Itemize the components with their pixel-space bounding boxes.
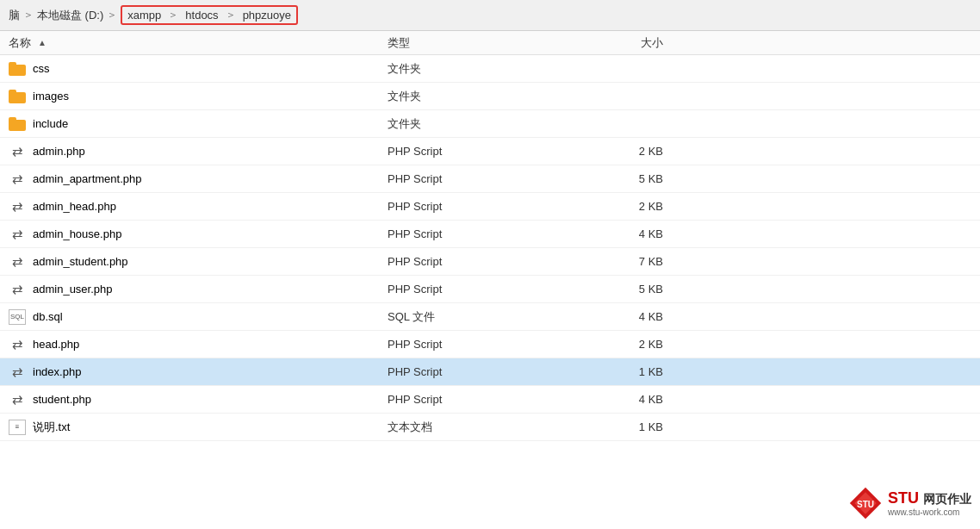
file-name-text: admin_student.php: [33, 255, 128, 268]
php-file-icon: ⇄: [9, 226, 26, 243]
table-row[interactable]: ⇄ admin_student.php PHP Script 7 KB: [0, 248, 980, 276]
file-type-cell: PHP Script: [388, 338, 560, 351]
table-row[interactable]: ⇄ head.php PHP Script 2 KB: [0, 331, 980, 358]
sort-row: 名称 ▲ 类型 大小: [0, 31, 980, 55]
table-row[interactable]: ⇄ admin_head.php PHP Script 2 KB: [0, 193, 980, 221]
file-name-text: db.sql: [33, 310, 63, 323]
table-row[interactable]: include 文件夹: [0, 110, 980, 138]
php-file-icon: ⇄: [9, 391, 26, 408]
file-size-cell: 7 KB: [560, 255, 663, 268]
file-name-text: admin_head.php: [33, 200, 116, 213]
file-name-text: admin_apartment.php: [33, 172, 141, 185]
col-name-label: 名称: [9, 35, 31, 51]
file-list: css 文件夹 images 文件夹 include 文件夹 ⇄ admin.p…: [0, 55, 980, 441]
breadcrumb-brain[interactable]: 脑: [9, 8, 20, 23]
sort-name[interactable]: 名称 ▲: [9, 35, 388, 51]
table-row[interactable]: ⇄ student.php PHP Script 4 KB: [0, 386, 980, 414]
php-file-icon: ⇄: [9, 281, 26, 298]
file-type-cell: PHP Script: [388, 393, 560, 406]
php-file-icon: ⇄: [9, 364, 26, 381]
file-name-cell: ⇄ admin_user.php: [9, 281, 388, 298]
file-size-cell: 2 KB: [560, 338, 663, 351]
file-type-cell: SQL 文件: [388, 309, 560, 325]
file-size-cell: 1 KB: [560, 420, 663, 433]
folder-icon: [9, 62, 26, 76]
svg-text:STU: STU: [857, 500, 874, 509]
file-size-cell: 2 KB: [560, 200, 663, 213]
breadcrumb-drive[interactable]: 本地磁盘 (D:): [37, 8, 103, 23]
folder-icon: [9, 117, 26, 131]
breadcrumb-xampp[interactable]: xampp: [127, 9, 161, 22]
file-type-cell: PHP Script: [388, 172, 560, 185]
sort-arrow-name: ▲: [38, 38, 47, 47]
file-name-cell: css: [9, 62, 388, 76]
table-row[interactable]: ≡ 说明.txt 文本文档 1 KB: [0, 414, 980, 441]
file-name-text: index.php: [33, 365, 81, 378]
file-name-cell: ⇄ admin_head.php: [9, 198, 388, 215]
table-row[interactable]: ⇄ index.php PHP Script 1 KB: [0, 358, 980, 386]
file-type-cell: PHP Script: [388, 200, 560, 213]
file-name-cell: images: [9, 90, 388, 103]
file-type-cell: PHP Script: [388, 145, 560, 158]
breadcrumb-highlight: xampp ＞ htdocs ＞ phpzuoye: [121, 5, 298, 25]
file-size-cell: 4 KB: [560, 393, 663, 406]
file-size-cell: 1 KB: [560, 365, 663, 378]
file-name-cell: ⇄ admin_student.php: [9, 253, 388, 271]
file-type-cell: PHP Script: [388, 227, 560, 240]
sort-size[interactable]: 大小: [560, 35, 663, 51]
file-name-cell: ⇄ admin_house.php: [9, 226, 388, 243]
php-file-icon: ⇄: [9, 143, 26, 160]
file-name-text: css: [33, 62, 50, 75]
table-row[interactable]: ⇄ admin_apartment.php PHP Script 5 KB: [0, 165, 980, 193]
breadcrumb-sep-2: ＞: [107, 8, 117, 22]
file-name-text: head.php: [33, 338, 79, 351]
watermark-brand: STU 网页作业: [888, 489, 971, 507]
file-size-cell: 4 KB: [560, 310, 663, 323]
breadcrumb-sep-1: ＞: [23, 8, 34, 22]
file-name-text: admin.php: [33, 145, 85, 158]
file-name-cell: ⇄ index.php: [9, 364, 388, 381]
file-size-cell: 5 KB: [560, 283, 663, 296]
file-name-text: admin_house.php: [33, 227, 121, 240]
file-type-cell: PHP Script: [388, 365, 560, 378]
table-row[interactable]: images 文件夹: [0, 83, 980, 110]
file-name-text: 说明.txt: [33, 420, 70, 435]
file-name-cell: ⇄ head.php: [9, 336, 388, 353]
file-type-cell: PHP Script: [388, 283, 560, 296]
col-size-label: 大小: [641, 36, 663, 49]
txt-file-icon: ≡: [9, 420, 26, 435]
file-size-cell: 4 KB: [560, 227, 663, 240]
breadcrumb-sep-3: ＞: [168, 8, 178, 22]
file-type-cell: 文件夹: [388, 61, 560, 77]
file-name-text: student.php: [33, 393, 91, 406]
file-size-cell: 5 KB: [560, 172, 663, 185]
watermark-text: STU 网页作业 www.stu-work.com: [888, 489, 971, 517]
table-row[interactable]: SQL db.sql SQL 文件 4 KB: [0, 303, 980, 331]
table-row[interactable]: css 文件夹: [0, 55, 980, 83]
php-file-icon: ⇄: [9, 253, 26, 271]
breadcrumb-htdocs[interactable]: htdocs: [185, 9, 218, 22]
file-type-cell: 文本文档: [388, 420, 560, 435]
file-type-cell: 文件夹: [388, 116, 560, 132]
php-file-icon: ⇄: [9, 171, 26, 188]
table-row[interactable]: ⇄ admin_user.php PHP Script 5 KB: [0, 276, 980, 303]
sort-type[interactable]: 类型: [388, 35, 560, 51]
table-row[interactable]: ⇄ admin.php PHP Script 2 KB: [0, 138, 980, 165]
file-name-cell: ⇄ admin.php: [9, 143, 388, 160]
sql-file-icon: SQL: [9, 309, 26, 325]
file-name-cell: SQL db.sql: [9, 309, 388, 325]
file-name-text: admin_user.php: [33, 283, 113, 296]
file-name-cell: ⇄ admin_apartment.php: [9, 171, 388, 188]
file-name-cell: ⇄ student.php: [9, 391, 388, 408]
php-file-icon: ⇄: [9, 336, 26, 353]
col-type-label: 类型: [388, 36, 410, 49]
php-file-icon: ⇄: [9, 198, 26, 215]
breadcrumb-sep-4: ＞: [226, 8, 236, 22]
table-row[interactable]: ⇄ admin_house.php PHP Script 4 KB: [0, 221, 980, 248]
file-name-cell: include: [9, 117, 388, 131]
breadcrumb-bar: 脑 ＞ 本地磁盘 (D:) ＞ xampp ＞ htdocs ＞ phpzuoy…: [0, 0, 980, 31]
file-name-text: images: [33, 90, 69, 103]
file-type-cell: PHP Script: [388, 255, 560, 268]
breadcrumb-phpzuoye[interactable]: phpzuoye: [243, 9, 291, 22]
watermark-logo-icon: STU: [848, 486, 883, 520]
